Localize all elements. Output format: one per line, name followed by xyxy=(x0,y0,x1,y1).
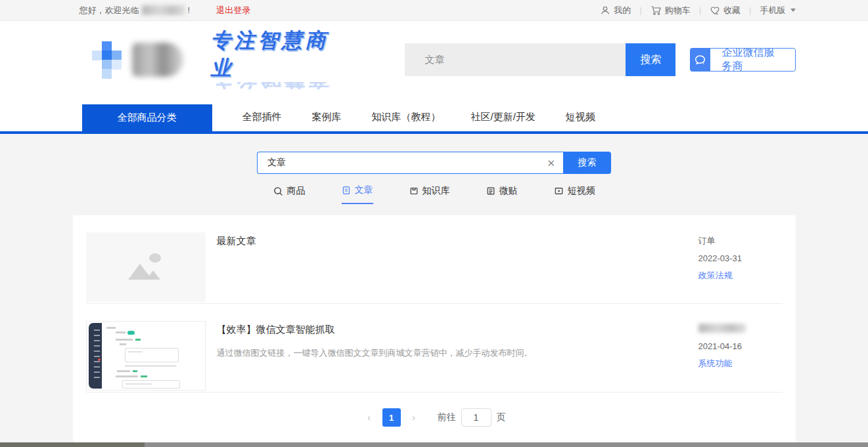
logo-text-blurred xyxy=(132,43,183,77)
slogan-wrap: 专注智慧商业 专注智慧商业 xyxy=(211,27,334,93)
header-search: 文章 搜索 xyxy=(405,43,675,76)
result-row[interactable]: 【效率】微信文章智能抓取 通过微信图文链接，一键导入微信图文文章到商城文章营销中… xyxy=(86,304,783,393)
page-unit-label: 页 xyxy=(497,412,506,423)
wechat-chat-icon xyxy=(690,48,710,72)
goto-page-input[interactable] xyxy=(461,408,491,427)
separator: | xyxy=(639,5,641,15)
page-number-button[interactable]: 1 xyxy=(382,408,401,427)
slogan-reflection: 专注智慧商业 xyxy=(211,82,334,93)
logo-pixel-icon xyxy=(89,41,126,78)
header-search-button[interactable]: 搜索 xyxy=(626,43,675,76)
result-tag: 订单 xyxy=(698,235,783,247)
mobile-version-dropdown[interactable]: 手机版 xyxy=(760,5,796,16)
clear-icon[interactable]: ✕ xyxy=(547,158,555,168)
wechat-service-button[interactable]: 企业微信服务商 xyxy=(690,48,795,72)
search-panel-button[interactable]: 搜索 xyxy=(563,152,611,174)
search-icon xyxy=(273,186,283,196)
wechat-service-label: 企业微信服务商 xyxy=(710,48,795,72)
separator: | xyxy=(699,5,701,15)
username-blurred xyxy=(142,5,185,15)
nav-item-knowledge[interactable]: 知识库（教程） xyxy=(372,111,441,131)
tab-posts[interactable]: 微贴 xyxy=(486,184,518,204)
mobile-version-label: 手机版 xyxy=(760,5,786,16)
result-title[interactable]: 【效率】微信文章智能抓取 xyxy=(217,324,698,336)
image-placeholder-icon xyxy=(86,232,206,302)
post-icon xyxy=(486,186,495,196)
separator: | xyxy=(749,5,751,15)
user-icon xyxy=(600,5,610,16)
nav-item-community[interactable]: 社区/更新/开发 xyxy=(471,111,536,131)
favorites-link[interactable]: 收藏 xyxy=(710,5,741,16)
slogan-text: 专注智慧商业 xyxy=(211,27,334,82)
content-area: 文章 ✕ 搜索 商品 文章 知识库 微贴 短视频 xyxy=(0,134,868,442)
footer-strip-right xyxy=(145,442,868,447)
cart-icon xyxy=(651,5,662,16)
result-category-link[interactable]: 系统功能 xyxy=(698,358,783,370)
tab-videos[interactable]: 短视频 xyxy=(554,184,595,204)
tab-goods[interactable]: 商品 xyxy=(273,184,306,204)
nav-item-video[interactable]: 短视频 xyxy=(566,111,595,131)
result-title[interactable]: 最新文章 xyxy=(217,235,698,247)
chevron-down-icon xyxy=(790,9,796,12)
footer-strip-left xyxy=(0,442,145,447)
tab-knowledge[interactable]: 知识库 xyxy=(409,184,450,204)
goto-label: 前往 xyxy=(438,412,456,423)
result-meta: 订单 2022-03-31 政策法规 xyxy=(698,232,783,302)
search-panel: 文章 ✕ 搜索 xyxy=(0,134,868,174)
admin-screenshot-thumbnail xyxy=(86,321,206,391)
logout-link[interactable]: 退出登录 xyxy=(216,5,250,16)
site-header: 专注智慧商业 专注智慧商业 文章 搜索 企业微信服务商 xyxy=(0,21,868,98)
result-tag-blurred xyxy=(698,324,746,333)
tab-videos-label: 短视频 xyxy=(568,185,595,197)
heart-icon xyxy=(710,5,720,16)
footer-strip xyxy=(0,442,868,447)
tab-posts-label: 微贴 xyxy=(499,185,518,197)
cart-link[interactable]: 购物车 xyxy=(651,5,691,16)
result-meta: 2021-04-16 系统功能 xyxy=(698,321,783,391)
result-category-link[interactable]: 政策法规 xyxy=(698,270,783,282)
result-date: 2022-03-31 xyxy=(698,253,783,263)
my-account-link[interactable]: 我的 xyxy=(600,5,631,16)
header-search-input[interactable]: 文章 xyxy=(405,43,626,76)
nav-all-categories[interactable]: 全部商品分类 xyxy=(82,104,212,131)
cart-label: 购物车 xyxy=(665,5,691,16)
main-nav: 全部商品分类 全部插件 案例库 知识库（教程） 社区/更新/开发 短视频 xyxy=(0,98,868,131)
site-logo[interactable] xyxy=(89,36,183,83)
video-icon xyxy=(554,186,564,196)
article-icon xyxy=(342,186,351,195)
tab-knowledge-label: 知识库 xyxy=(423,185,450,197)
result-row[interactable]: 最新文章 订单 2022-03-31 政策法规 xyxy=(86,215,783,304)
my-account-label: 我的 xyxy=(614,5,631,16)
next-page-icon[interactable]: › xyxy=(407,412,421,423)
result-date: 2021-04-16 xyxy=(698,341,783,351)
tab-articles-label: 文章 xyxy=(355,184,373,196)
result-description: 通过微信图文链接，一键导入微信图文文章到商城文章营销中，减少手动发布时间。 xyxy=(217,347,698,359)
tab-articles[interactable]: 文章 xyxy=(342,184,373,204)
favorites-label: 收藏 xyxy=(723,5,741,16)
nav-item-cases[interactable]: 案例库 xyxy=(312,111,342,131)
search-panel-value: 文章 xyxy=(267,157,286,169)
greeting-text: 您好，欢迎光临 xyxy=(80,5,139,16)
results-list: 最新文章 订单 2022-03-31 政策法规 xyxy=(73,215,796,442)
topbar: 您好，欢迎光临 ! 退出登录 我的 | 购物车 | 收藏 | 手机版 xyxy=(0,0,868,21)
pagination: ‹ 1 › 前往 页 xyxy=(86,408,783,427)
prev-page-icon[interactable]: ‹ xyxy=(363,412,376,423)
nav-item-plugins[interactable]: 全部插件 xyxy=(242,111,282,131)
knowledge-icon xyxy=(409,186,419,196)
result-tabs: 商品 文章 知识库 微贴 短视频 xyxy=(0,184,868,204)
search-panel-input[interactable]: 文章 ✕ xyxy=(257,152,563,174)
tab-goods-label: 商品 xyxy=(287,185,306,197)
greeting-suffix: ! xyxy=(188,5,191,15)
